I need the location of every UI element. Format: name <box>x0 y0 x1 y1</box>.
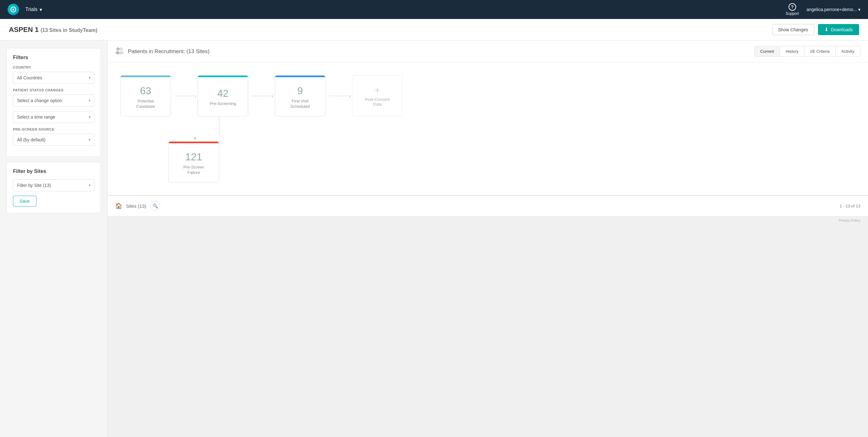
pre-screen-select-wrapper: All (by default) ▾ <box>13 134 94 146</box>
patient-status-filter: PATIENT STATUS CHANGES Select a change o… <box>13 88 94 123</box>
country-select[interactable]: All Countries <box>13 72 94 84</box>
app-logo <box>8 4 19 15</box>
tab-ie-criteria[interactable]: I/E Criteria <box>804 46 835 57</box>
node-potential-candidate[interactable]: 63 PotentialCandidate <box>120 75 171 116</box>
nav-left: Trials ▾ <box>8 4 42 15</box>
connector-row <box>120 116 859 135</box>
pre-screen-failure-label: Pre-ScreenFailure <box>183 165 204 175</box>
down-arrow-container: ▾ <box>194 135 196 141</box>
sites-count-subtitle: (13 Sites in StudyTeam) <box>40 28 97 33</box>
time-range-select-wrapper: Select a time range ▾ <box>13 111 94 123</box>
node-top-bar-2 <box>198 75 248 77</box>
download-icon: ⬇ <box>824 27 829 33</box>
panel-title-text: Patients in Recruitment: (13 Sites) <box>128 48 210 55</box>
plus-icon: + <box>375 85 380 95</box>
downloads-button[interactable]: ⬇ Downloads <box>818 24 859 35</box>
user-label: angelica.perrone+demo... <box>807 7 857 12</box>
svg-point-3 <box>120 47 123 51</box>
sites-search-button[interactable]: 🔍 <box>150 201 160 211</box>
pre-screen-label: PRE-SCREEN SOURCE <box>13 128 94 131</box>
arrow-2: › <box>248 96 275 96</box>
sites-panel: 🏠 Sites (13) 🔍 1 - 13 of 13 <box>107 195 868 216</box>
arrow-line-3: › <box>329 96 348 96</box>
support-icon: ? <box>788 3 796 11</box>
show-changes-button[interactable]: Show Changes <box>772 24 814 35</box>
pre-screen-select[interactable]: All (by default) <box>13 134 94 146</box>
flow-top-row: 63 PotentialCandidate › 42 Pre-Screening <box>120 75 859 116</box>
arrow-line-2: › <box>252 96 271 96</box>
spacer-left <box>120 116 171 135</box>
node-pre-screening[interactable]: 42 Pre-Screening <box>197 75 248 116</box>
save-filter-button[interactable]: Save <box>13 196 36 206</box>
svg-point-1 <box>12 8 14 10</box>
trials-label: Trials <box>25 7 38 12</box>
patient-status-label: PATIENT STATUS CHANGES <box>13 88 94 92</box>
study-name: ASPEN 1 <box>9 26 39 34</box>
sites-header: 🏠 Sites (13) 🔍 1 - 13 of 13 <box>107 196 868 216</box>
node-post-consent[interactable]: + Post-ConsentData <box>352 75 403 116</box>
first-visit-label: First VisitScheduled <box>290 99 310 109</box>
svg-point-2 <box>117 47 120 51</box>
sites-right: 1 - 13 of 13 <box>839 203 860 209</box>
support-button[interactable]: ? Support <box>786 3 799 16</box>
site-filter-select[interactable]: Filter by Site (13) <box>13 179 94 191</box>
user-chevron-icon: ▾ <box>858 7 860 12</box>
page-header: ASPEN 1 (13 Sites in StudyTeam) Show Cha… <box>0 19 868 40</box>
time-range-select[interactable]: Select a time range <box>13 111 94 123</box>
pre-screen-failure-count: 121 <box>185 151 202 163</box>
nav-right: ? Support angelica.perrone+demo... ▾ <box>786 3 860 16</box>
arrow-head-3: › <box>349 93 351 100</box>
pre-screening-count: 42 <box>217 88 228 99</box>
sites-title-row: 🏠 Sites (13) 🔍 <box>115 201 160 211</box>
tab-current[interactable]: Current <box>754 46 780 57</box>
privacy-policy-link[interactable]: Privacy Policy <box>839 218 860 222</box>
post-consent-label: Post-ConsentData <box>365 97 390 107</box>
filters-section: Filters COUNTRY All Countries ▾ PATIENT … <box>6 48 101 157</box>
arrow-line-1: › <box>175 96 194 96</box>
top-navigation: Trials ▾ ? Support angelica.perrone+demo… <box>0 0 868 19</box>
down-line-container <box>194 116 244 135</box>
arrow-3: › <box>326 96 352 96</box>
country-filter: COUNTRY All Countries ▾ <box>13 65 94 84</box>
sites-home-icon: 🏠 <box>115 202 122 209</box>
panel-header: Patients in Recruitment: (13 Sites) Curr… <box>107 40 868 63</box>
pre-screening-label: Pre-Screening <box>210 101 236 107</box>
flow-diagram: 63 PotentialCandidate › 42 Pre-Screening <box>107 63 868 195</box>
tab-activity[interactable]: Activity <box>836 46 860 57</box>
potential-candidate-label: PotentialCandidate <box>136 99 155 109</box>
svg-point-5 <box>119 51 124 55</box>
node-pre-screen-failure[interactable]: 121 Pre-ScreenFailure <box>168 141 219 182</box>
down-arrow-icon: ▾ <box>194 135 196 141</box>
sites-pagination: 1 - 13 of 13 <box>839 204 860 208</box>
spacer-arrow <box>171 116 194 135</box>
main-layout: Filters COUNTRY All Countries ▾ PATIENT … <box>0 40 868 437</box>
footer: Privacy Policy <box>107 216 868 225</box>
sites-count-label: Sites (13) <box>126 203 146 209</box>
page-title: ASPEN 1 (13 Sites in StudyTeam) <box>9 26 97 34</box>
user-menu-button[interactable]: angelica.perrone+demo... ▾ <box>807 7 860 12</box>
support-label: Support <box>786 11 799 16</box>
country-select-wrapper: All Countries ▾ <box>13 72 94 84</box>
downloads-label: Downloads <box>831 27 853 32</box>
flow-bottom-row: ▾ <box>194 135 859 141</box>
arrow-1: › <box>171 96 197 96</box>
change-option-select-wrapper: Select a change option ▾ <box>13 95 94 107</box>
filter-sites-section: Filter by Sites Filter by Site (13) ▾ Sa… <box>6 162 101 213</box>
pre-screen-filter: PRE-SCREEN SOURCE All (by default) ▾ <box>13 128 94 146</box>
patients-icon <box>115 47 124 56</box>
tab-history[interactable]: History <box>780 46 804 57</box>
first-visit-count: 9 <box>297 85 303 97</box>
node-top-bar <box>121 75 170 77</box>
change-option-select[interactable]: Select a change option <box>13 95 94 107</box>
down-line <box>219 116 219 135</box>
panel-title-row: Patients in Recruitment: (13 Sites) <box>115 47 210 56</box>
panel-tabs: Current History I/E Criteria Activity <box>754 46 860 57</box>
arrow-head-2: › <box>272 93 274 100</box>
header-actions: Show Changes ⬇ Downloads <box>772 24 859 35</box>
content-area: Patients in Recruitment: (13 Sites) Curr… <box>107 40 868 437</box>
trials-dropdown-button[interactable]: Trials ▾ <box>25 7 42 13</box>
filter-sites-heading: Filter by Sites <box>13 169 94 174</box>
country-filter-label: COUNTRY <box>13 65 94 69</box>
node-first-visit[interactable]: 9 First VisitScheduled <box>275 75 326 116</box>
recruitment-panel: Patients in Recruitment: (13 Sites) Curr… <box>107 40 868 195</box>
